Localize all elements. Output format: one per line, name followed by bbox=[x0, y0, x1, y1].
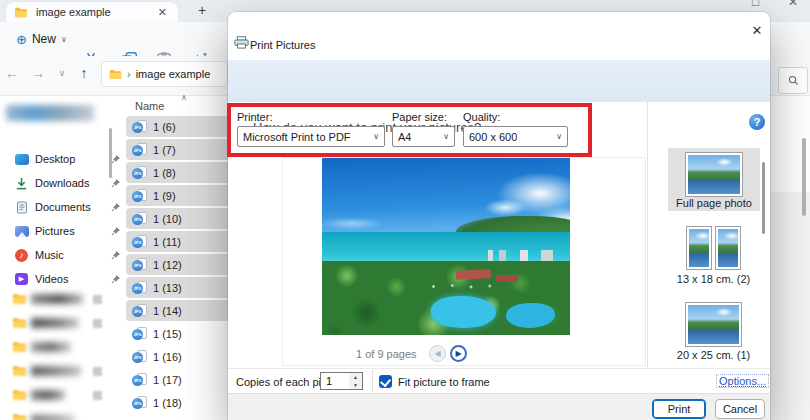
photo-pool bbox=[431, 296, 495, 328]
sidebar-folder-blurred[interactable] bbox=[12, 315, 79, 331]
photo-roof bbox=[456, 269, 491, 280]
tab-title: image example bbox=[36, 6, 155, 18]
fit-picture-checkbox[interactable] bbox=[379, 375, 392, 388]
sidebar-item-label: Pictures bbox=[35, 225, 105, 237]
pin-icon bbox=[111, 227, 120, 236]
jpg-file-icon: JPG bbox=[132, 304, 147, 317]
dialog-title: Print Pictures bbox=[250, 39, 315, 51]
window-maximize-icon[interactable]: □ bbox=[752, 0, 759, 9]
window-close-icon[interactable]: ✕ bbox=[788, 0, 798, 9]
breadcrumb[interactable]: image example bbox=[136, 68, 211, 80]
jpg-file-icon: JPG bbox=[132, 327, 147, 340]
folder-icon bbox=[12, 365, 27, 377]
jpg-file-icon: JPG bbox=[132, 212, 147, 225]
sidebar-item-music[interactable]: ♪ Music bbox=[14, 245, 120, 265]
layout-label[interactable]: Full page photo bbox=[665, 197, 763, 209]
previous-page-button[interactable]: ◀ bbox=[429, 345, 446, 362]
tab-close-icon[interactable]: ✕ bbox=[155, 6, 170, 19]
pin-icon bbox=[111, 179, 120, 188]
sidebar-chevron-blurred bbox=[93, 295, 102, 304]
layout-panel-divider bbox=[647, 102, 648, 368]
videos-icon: ▶ bbox=[14, 273, 29, 286]
sidebar-item-documents[interactable]: Documents bbox=[14, 197, 120, 217]
fit-picture-label[interactable]: Fit picture to frame bbox=[398, 376, 490, 388]
jpg-file-icon: JPG bbox=[132, 258, 147, 271]
options-link[interactable]: Options... bbox=[716, 374, 769, 388]
address-box[interactable]: › image example bbox=[101, 61, 228, 87]
pin-icon bbox=[111, 155, 120, 164]
list-scrollbar[interactable] bbox=[802, 138, 806, 216]
copies-stepper[interactable]: ▲ ▼ bbox=[349, 372, 363, 390]
recent-locations-chevron-icon[interactable]: ∨ bbox=[52, 68, 72, 78]
sidebar-item-label: Desktop bbox=[35, 153, 105, 165]
sort-ascending-icon[interactable]: ∧ bbox=[181, 93, 187, 102]
sidebar-chevron-blurred bbox=[93, 391, 102, 400]
copies-divider bbox=[372, 370, 373, 392]
sidebar-folder-blurred[interactable] bbox=[12, 363, 81, 379]
layout-thumbnail-20x25[interactable] bbox=[685, 302, 742, 347]
photo-umbrellas bbox=[426, 282, 500, 291]
documents-icon bbox=[14, 201, 29, 214]
pin-icon bbox=[111, 275, 120, 284]
jpg-file-icon: JPG bbox=[132, 396, 147, 409]
help-icon[interactable]: ? bbox=[749, 114, 765, 130]
next-page-button[interactable]: ▶ bbox=[450, 345, 467, 362]
dialog-footer: Print Cancel bbox=[228, 393, 770, 420]
jpg-file-icon: JPG bbox=[132, 350, 147, 363]
plus-circle-icon: ⊕ bbox=[16, 33, 27, 46]
cancel-button[interactable]: Cancel bbox=[715, 399, 765, 419]
layout-thumbnail-13x18[interactable] bbox=[715, 226, 741, 270]
up-icon[interactable]: ↑ bbox=[74, 65, 94, 81]
search-icon bbox=[788, 75, 799, 86]
jpg-file-icon: JPG bbox=[132, 166, 147, 179]
new-button[interactable]: ⊕ New ∨ bbox=[8, 27, 75, 51]
spin-down-icon[interactable]: ▼ bbox=[349, 381, 362, 389]
new-tab-button[interactable]: + bbox=[193, 1, 211, 19]
print-button[interactable]: Print bbox=[652, 399, 706, 419]
sidebar-folder-blurred[interactable] bbox=[12, 387, 65, 403]
desktop-icon bbox=[14, 153, 29, 166]
jpg-file-icon: JPG bbox=[132, 189, 147, 202]
dialog-heading-band: How do you want to print your pictures? bbox=[228, 60, 770, 102]
copies-input[interactable]: 1 bbox=[320, 372, 350, 390]
layout-panel-scrollbar[interactable] bbox=[762, 162, 765, 234]
jpg-file-icon: JPG bbox=[132, 373, 147, 386]
sidebar-item-blurred[interactable] bbox=[6, 105, 94, 121]
jpg-file-icon: JPG bbox=[132, 235, 147, 248]
layout-label[interactable]: 13 x 18 cm. (2) bbox=[660, 273, 767, 285]
folder-icon bbox=[12, 317, 27, 329]
preview-photo bbox=[322, 158, 570, 335]
sidebar-chevron-blurred bbox=[93, 367, 102, 376]
photo-roof bbox=[496, 275, 518, 282]
dialog-close-icon[interactable]: ✕ bbox=[747, 20, 767, 40]
breadcrumb-chevron-icon: › bbox=[127, 68, 131, 80]
sidebar-item-videos[interactable]: ▶ Videos bbox=[14, 269, 120, 289]
spin-up-icon[interactable]: ▲ bbox=[349, 373, 362, 381]
forward-icon[interactable]: → bbox=[28, 65, 48, 81]
pin-icon bbox=[111, 251, 120, 260]
folder-icon bbox=[14, 7, 28, 18]
jpg-file-icon: JPG bbox=[132, 120, 147, 133]
sidebar-item-label: Documents bbox=[35, 201, 105, 213]
list-background-right bbox=[770, 192, 810, 420]
sidebar-item-desktop[interactable]: Desktop bbox=[14, 149, 120, 169]
new-button-label: New bbox=[32, 32, 56, 46]
layout-thumbnail-full-page[interactable] bbox=[685, 152, 743, 197]
sidebar-item-label: Videos bbox=[35, 273, 105, 285]
sidebar-item-downloads[interactable]: Downloads bbox=[14, 173, 120, 193]
sidebar-item-label: Music bbox=[35, 249, 105, 261]
back-icon[interactable]: ← bbox=[2, 65, 22, 81]
column-header-name[interactable]: Name bbox=[135, 100, 164, 112]
folder-icon bbox=[12, 413, 27, 420]
music-icon: ♪ bbox=[14, 249, 29, 262]
sidebar-folder-blurred[interactable] bbox=[12, 411, 75, 420]
sidebar-item-pictures[interactable]: Pictures bbox=[14, 221, 120, 241]
layout-label[interactable]: 20 x 25 cm. (1) bbox=[660, 349, 767, 361]
sidebar-folder-blurred[interactable] bbox=[12, 339, 71, 355]
layout-thumbnail-13x18[interactable] bbox=[686, 226, 712, 270]
folder-icon bbox=[12, 341, 27, 353]
jpg-file-icon: JPG bbox=[132, 281, 147, 294]
sidebar-folder-blurred[interactable] bbox=[12, 291, 83, 307]
search-input[interactable] bbox=[778, 67, 808, 94]
tab-image-example[interactable]: image example ✕ bbox=[6, 2, 178, 22]
